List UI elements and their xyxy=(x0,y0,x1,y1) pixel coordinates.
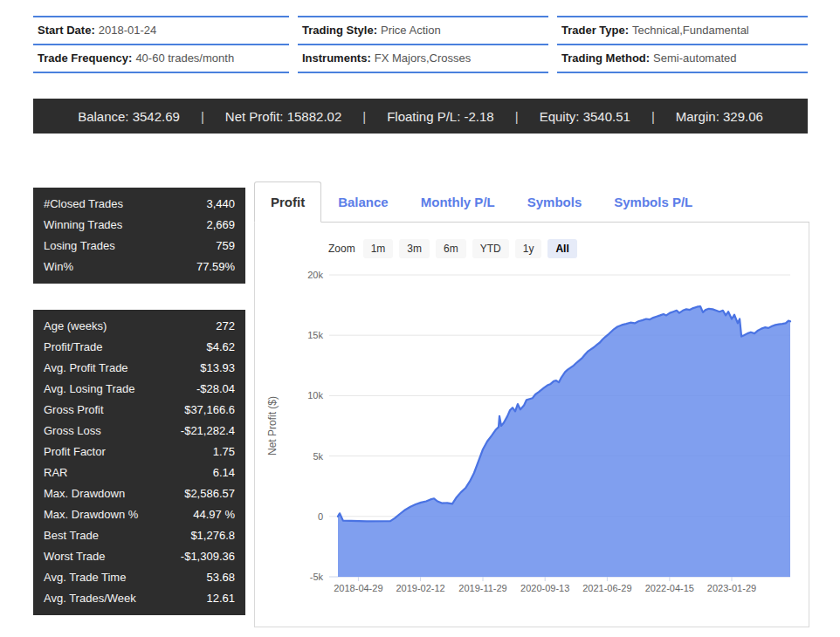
summary-floating-p-l: Floating P/L: -2.18 xyxy=(387,109,494,124)
y-tick-15k: 15k xyxy=(307,330,323,340)
stat-row-avg-trade-time: Avg. Trade Time53.68 xyxy=(44,567,235,588)
tab-balance[interactable]: Balance xyxy=(322,182,404,222)
x-tick-2023-01-29: 2023-01-29 xyxy=(707,583,756,593)
stat-row-profit-factor: Profit Factor1.75 xyxy=(44,442,235,462)
stat-label-win: Win% xyxy=(44,257,73,277)
info-value-instruments: FX Majors,Crosses xyxy=(375,51,472,65)
info-label-trading-style: Trading Style: xyxy=(302,24,377,37)
stat-label-losing-trades: Losing Trades xyxy=(44,236,115,257)
stat-label-profit-trade: Profit/Trade xyxy=(44,337,102,358)
stat-label-avg-losing-trade: Avg. Losing Trade xyxy=(44,379,135,400)
stat-label-avg-trades-week: Avg. Trades/Week xyxy=(44,588,136,609)
info-cell-instruments: Instruments:FX Majors,Crosses xyxy=(298,45,548,73)
stat-row-winning-trades: Winning Trades2,669 xyxy=(44,215,235,236)
x-tick-2022-04-15: 2022-04-15 xyxy=(645,583,694,593)
stat-row-rar: RAR6.14 xyxy=(44,462,235,483)
stat-value-win: 77.59% xyxy=(196,257,235,277)
stat-value-avg-losing-trade: -$28.04 xyxy=(196,379,235,400)
stat-row-avg-trades-week: Avg. Trades/Week12.61 xyxy=(44,588,235,609)
stat-row-gross-profit: Gross Profit$37,166.6 xyxy=(44,400,235,421)
zoom-button-1m[interactable]: 1m xyxy=(363,239,394,258)
info-label-instruments: Instruments: xyxy=(302,51,371,65)
account-summary-bar: Balance: 3542.69|Net Profit: 15882.02|Fl… xyxy=(33,99,808,134)
stat-value-best-trade: $1,276.8 xyxy=(190,525,235,546)
stat-row-worst-trade: Worst Trade-$1,309.36 xyxy=(44,546,235,567)
stat-row-avg-losing-trade: Avg. Losing Trade-$28.04 xyxy=(44,379,235,400)
summary-separator: | xyxy=(201,109,204,124)
zoom-label: Zoom xyxy=(328,243,355,255)
stat-value-gross-profit: $37,166.6 xyxy=(184,400,235,421)
stat-value-profit-trade: $4.62 xyxy=(206,337,235,358)
info-cell-start-date: Start Date:2018-01-24 xyxy=(33,16,289,45)
tab-symbols[interactable]: Symbols xyxy=(512,182,598,222)
x-tick-2020-09-13: 2020-09-13 xyxy=(520,583,569,593)
stat-label-age-weeks: Age (weeks) xyxy=(44,316,107,337)
y-tick-0: 0 xyxy=(318,511,323,522)
stat-row-closed-trades: #Closed Trades3,440 xyxy=(44,194,235,215)
info-label-trade-frequency: Trade Frequency: xyxy=(38,51,132,65)
zoom-button-1y[interactable]: 1y xyxy=(515,239,542,258)
tab-monthly-p-l[interactable]: Monthly P/L xyxy=(405,182,511,222)
trading-stats-page: Start Date:2018-01-24Trading Style:Price… xyxy=(0,0,840,637)
stat-label-closed-trades: #Closed Trades xyxy=(44,194,123,215)
stat-label-max-drawdown: Max. Drawdown % xyxy=(44,504,138,525)
y-tick-5k: 5k xyxy=(313,451,323,462)
stat-value-avg-trade-time: 53.68 xyxy=(206,567,235,588)
stat-value-age-weeks: 272 xyxy=(216,316,235,337)
info-value-trade-frequency: 40-60 trades/month xyxy=(135,51,234,65)
stat-label-gross-loss: Gross Loss xyxy=(44,421,101,442)
info-cell-trading-method: Trading Method:Semi-automated xyxy=(557,45,808,73)
y-tick-10k: 10k xyxy=(307,390,323,401)
zoom-controls: Zoom 1m3m6mYTD1yAll xyxy=(328,239,577,258)
stat-label-gross-profit: Gross Profit xyxy=(44,400,104,421)
x-tick-2019-11-29: 2019-11-29 xyxy=(458,583,506,593)
stat-value-profit-factor: 1.75 xyxy=(213,442,235,462)
stat-row-gross-loss: Gross Loss-$21,282.4 xyxy=(44,421,235,442)
stat-value-avg-trades-week: 12.61 xyxy=(206,588,235,609)
tab-symbols-p-l[interactable]: Symbols P/L xyxy=(598,182,708,222)
y-axis-title: Net Profit ($) xyxy=(266,396,279,455)
stat-row-max-drawdown: Max. Drawdown %44.97 % xyxy=(44,504,235,525)
stat-row-best-trade: Best Trade$1,276.8 xyxy=(44,525,235,546)
x-tick-2018-04-29: 2018-04-29 xyxy=(334,583,382,593)
summary-equity: Equity: 3540.51 xyxy=(540,109,630,124)
info-value-trading-style: Price Action xyxy=(381,24,441,37)
stat-label-profit-factor: Profit Factor xyxy=(44,442,106,462)
info-value-trader-type: Technical,Fundamental xyxy=(632,24,749,37)
info-grid: Start Date:2018-01-24Trading Style:Price… xyxy=(33,16,808,73)
zoom-button-3m[interactable]: 3m xyxy=(399,239,430,258)
trade-counts-table: #Closed Trades3,440Winning Trades2,669Lo… xyxy=(33,188,245,284)
stat-value-avg-profit-trade: $13.93 xyxy=(200,358,235,379)
info-label-trader-type: Trader Type: xyxy=(561,24,629,37)
x-tick-2021-06-29: 2021-06-29 xyxy=(582,583,631,593)
stat-row-avg-profit-trade: Avg. Profit Trade$13.93 xyxy=(44,358,235,379)
y-tick--5k: -5k xyxy=(310,572,324,582)
summary-separator: | xyxy=(651,109,655,124)
stat-value-gross-loss: -$21,282.4 xyxy=(181,421,235,442)
stat-label-max-drawdown: Max. Drawdown xyxy=(44,483,125,504)
info-cell-trade-frequency: Trade Frequency:40-60 trades/month xyxy=(33,45,289,73)
net-profit-chart[interactable]: 20k15k10k5k0-5kNet Profit ($)2018-04-292… xyxy=(255,223,809,626)
net-profit-area xyxy=(338,306,790,577)
stat-row-losing-trades: Losing Trades759 xyxy=(44,236,235,257)
stat-value-winning-trades: 2,669 xyxy=(206,215,235,236)
stat-row-age-weeks: Age (weeks)272 xyxy=(44,316,235,337)
stat-label-rar: RAR xyxy=(44,462,67,483)
stat-label-avg-profit-trade: Avg. Profit Trade xyxy=(44,358,128,379)
stat-value-max-drawdown: $2,586.57 xyxy=(184,483,235,504)
stat-label-avg-trade-time: Avg. Trade Time xyxy=(44,567,126,588)
info-label-start-date: Start Date: xyxy=(38,24,95,37)
stat-row-profit-trade: Profit/Trade$4.62 xyxy=(44,337,235,358)
info-cell-trading-style: Trading Style:Price Action xyxy=(298,16,548,45)
stat-row-max-drawdown: Max. Drawdown$2,586.57 xyxy=(44,483,235,504)
zoom-button-6m[interactable]: 6m xyxy=(436,239,466,258)
stat-value-losing-trades: 759 xyxy=(216,236,235,257)
tab-profit[interactable]: Profit xyxy=(254,182,321,223)
summary-margin: Margin: 329.06 xyxy=(676,109,763,124)
summary-separator: | xyxy=(362,109,366,124)
info-label-trading-method: Trading Method: xyxy=(561,51,650,65)
zoom-button-ytd[interactable]: YTD xyxy=(472,239,509,258)
chart-tab-bar: ProfitBalanceMonthly P/LSymbolsSymbols P… xyxy=(254,182,809,223)
stat-value-rar: 6.14 xyxy=(213,462,235,483)
zoom-button-all[interactable]: All xyxy=(547,239,576,258)
